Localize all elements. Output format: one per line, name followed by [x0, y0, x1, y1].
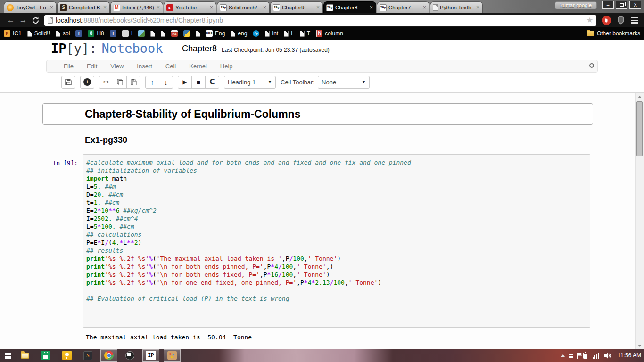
- other-bookmarks-button[interactable]: Other bookmarks: [582, 30, 640, 37]
- bookmark-item[interactable]: hp: [253, 30, 259, 37]
- network-signal-icon[interactable]: [593, 353, 600, 359]
- cell-type-select[interactable]: Heading 1 ▼: [224, 76, 276, 89]
- ipython-logo[interactable]: IP[y]:Notebook: [51, 41, 163, 56]
- menu-file[interactable]: File: [64, 63, 74, 70]
- menu-edit[interactable]: Edit: [87, 63, 97, 70]
- restore-button[interactable]: [616, 1, 627, 9]
- heading-cell[interactable]: Chapter8-Stability of Equlibrium-Columns: [42, 103, 593, 125]
- bookmark-item[interactable]: BBCEng: [206, 30, 225, 37]
- tab-close-icon[interactable]: ×: [209, 4, 214, 11]
- browser-tab-completed-b[interactable]: SCompleted B×: [57, 1, 110, 13]
- bookmark-item[interactable]: 8H8: [88, 30, 104, 37]
- browser-tab-chapter8[interactable]: IPyChapter8×: [323, 1, 376, 13]
- add-cell-button[interactable]: +: [80, 76, 94, 89]
- tab-close-icon[interactable]: ×: [263, 4, 267, 11]
- save-button[interactable]: [61, 76, 75, 89]
- taskbar-clock[interactable]: 11:56 AM: [618, 352, 641, 359]
- scroll-up-icon[interactable]: [638, 96, 642, 98]
- cell-toolbar-select[interactable]: None ▼: [318, 76, 370, 89]
- bookmark-item[interactable]: IAS: [171, 30, 178, 37]
- menu-view[interactable]: View: [110, 63, 124, 70]
- paint-taskbar-button[interactable]: [164, 349, 181, 362]
- reload-icon[interactable]: [29, 16, 41, 25]
- bookmark-item[interactable]: [183, 30, 190, 37]
- browser-tab-tinyowl-fo[interactable]: TinyOwl - Fo×: [4, 1, 57, 13]
- media-taskbar-button[interactable]: [122, 349, 138, 362]
- bookmark-label: I: [131, 30, 132, 37]
- notes-taskbar-button[interactable]: [58, 349, 75, 362]
- bookmark-item[interactable]: Solid!!: [27, 30, 50, 37]
- bookmark-item[interactable]: Ncolumn: [316, 30, 343, 37]
- page-bookmark-icon: [231, 31, 235, 37]
- bookmark-item[interactable]: f: [75, 30, 82, 37]
- browser-tab-chapter9[interactable]: IPyChapter9×: [270, 1, 323, 13]
- scrollbar-thumb[interactable]: [636, 101, 643, 156]
- bookmark-star-icon[interactable]: ★: [586, 16, 593, 24]
- code-line: [86, 287, 590, 295]
- browser-tab-solid-mech-[interactable]: IPySolid mech/×: [217, 1, 270, 13]
- start-taskbar-button[interactable]: [3, 349, 13, 362]
- tab-close-icon[interactable]: ×: [103, 4, 107, 11]
- move-cell-up-button[interactable]: ↑: [145, 76, 159, 89]
- move-cell-down-button[interactable]: ↓: [159, 76, 173, 89]
- bookmark-item[interactable]: [150, 31, 155, 37]
- action-center-flag-icon[interactable]: [577, 353, 578, 359]
- profile-label[interactable]: kumar google: [555, 1, 597, 9]
- bookmark-item[interactable]: [196, 31, 200, 37]
- interrupt-kernel-button[interactable]: ■: [191, 76, 206, 89]
- shield-icon[interactable]: [617, 16, 625, 25]
- scroll-down-icon[interactable]: [638, 345, 642, 347]
- store-taskbar-button[interactable]: [37, 349, 54, 362]
- browser-tab-python-textb[interactable]: Python Textb×: [430, 1, 483, 13]
- hidden-icons-icon[interactable]: [561, 354, 565, 357]
- bookmark-item[interactable]: [161, 31, 165, 37]
- browser-tab-inbox-7-446-[interactable]: MInbox (7,446)×: [110, 1, 163, 13]
- code-cell-input[interactable]: #calculate maximum axial load and for bo…: [83, 154, 590, 328]
- explorer-taskbar-button[interactable]: [17, 349, 33, 362]
- paste-cell-button[interactable]: [126, 76, 140, 89]
- bookmark-item[interactable]: int: [265, 30, 278, 37]
- adblock-hand-icon[interactable]: [602, 16, 611, 25]
- chrome-taskbar-button[interactable]: [100, 349, 117, 362]
- windows-tray-icon[interactable]: [569, 354, 571, 355]
- cell-toolbar-value: None: [322, 79, 336, 86]
- browser-tab-youtube[interactable]: ▶YouTube×: [164, 1, 216, 13]
- bookmark-item[interactable]: sol: [56, 30, 70, 37]
- tab-close-icon[interactable]: ×: [476, 4, 480, 11]
- bookmark-item[interactable]: f: [110, 30, 116, 37]
- bookmark-item[interactable]: eng: [231, 30, 247, 37]
- ipy-favicon-icon: IPy: [380, 4, 387, 11]
- close-button[interactable]: X: [629, 1, 641, 9]
- forward-icon[interactable]: →: [17, 16, 29, 25]
- notebook-title[interactable]: Chapter8: [182, 44, 217, 54]
- bookmark-item[interactable]: I: [122, 30, 132, 37]
- sbook-taskbar-button[interactable]: S: [80, 349, 96, 362]
- battery-icon[interactable]: [583, 353, 587, 359]
- tab-close-icon[interactable]: ×: [50, 4, 54, 11]
- browser-tab-chapter7[interactable]: IPyChapter7×: [377, 1, 429, 13]
- tab-close-icon[interactable]: ×: [316, 4, 320, 11]
- copy-cell-button[interactable]: [113, 76, 127, 89]
- menu-cell[interactable]: Cell: [165, 63, 176, 70]
- minimize-button[interactable]: –: [602, 1, 614, 9]
- back-icon[interactable]: ←: [5, 16, 17, 25]
- ipython-taskbar-button[interactable]: IP: [142, 349, 159, 362]
- cut-cell-button[interactable]: ✂: [99, 76, 113, 89]
- bookmark-item[interactable]: L: [284, 30, 294, 37]
- bookmark-item[interactable]: PIC1: [4, 30, 22, 37]
- tab-close-icon[interactable]: ×: [156, 4, 160, 11]
- bookmark-item[interactable]: T: [300, 30, 310, 37]
- menu-help[interactable]: Help: [220, 63, 233, 70]
- bbc-bookmark-icon: BBC: [206, 30, 213, 37]
- bookmark-item[interactable]: [138, 30, 145, 37]
- volume-icon[interactable]: [604, 353, 611, 359]
- tab-close-icon[interactable]: ×: [369, 4, 373, 11]
- menu-insert[interactable]: Insert: [137, 63, 152, 70]
- browser-menu-icon[interactable]: [631, 17, 638, 24]
- url-box[interactable]: localhost :8888/notebooks/Solid%20mech/C…: [44, 15, 596, 26]
- restart-kernel-button[interactable]: C: [205, 76, 219, 89]
- run-cell-button[interactable]: ▶: [178, 76, 192, 89]
- menu-kernel[interactable]: Kernel: [189, 63, 207, 70]
- page-scrollbar[interactable]: [635, 93, 644, 349]
- tab-close-icon[interactable]: ×: [422, 4, 427, 11]
